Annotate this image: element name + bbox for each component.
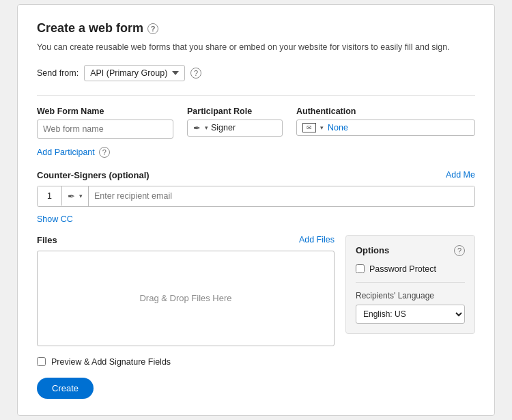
files-header-row: Files Add Files: [37, 235, 335, 245]
options-section: Options ? Password Protect Recipients' L…: [345, 235, 475, 334]
files-section: Files Add Files Drag & Drop Files Here: [37, 235, 335, 346]
show-cc-row: Show CC: [37, 214, 475, 224]
files-label: Files: [37, 235, 57, 245]
counter-pen-icon: ✒: [68, 191, 75, 201]
password-protect-row: Password Protect: [356, 264, 465, 274]
counter-signers-row: 1 ✒ ▾: [37, 186, 475, 207]
auth-value: None: [328, 123, 348, 132]
send-from-help-icon[interactable]: ?: [190, 68, 201, 79]
main-content-row: Files Add Files Drag & Drop Files Here O…: [37, 235, 475, 346]
counter-signers-label: Counter-Signers (optional): [37, 170, 150, 180]
options-help-icon[interactable]: ?: [454, 245, 465, 256]
counter-chevron-icon: ▾: [79, 193, 83, 199]
web-form-name-label: Web Form Name: [37, 107, 173, 116]
fields-row: Web Form Name Participant Role ✒ ▾ Signe…: [37, 107, 475, 139]
add-participant-help-icon[interactable]: ?: [99, 147, 110, 158]
add-files-link[interactable]: Add Files: [299, 235, 335, 244]
create-web-form-card: Create a web form ? You can create reusa…: [17, 4, 495, 416]
drop-zone[interactable]: Drag & Drop Files Here: [37, 251, 335, 346]
authentication-select[interactable]: ✉ ▾ None: [296, 120, 475, 136]
send-from-label: Send from:: [37, 68, 79, 78]
participant-role-group: Participant Role ✒ ▾ Signer: [187, 107, 283, 137]
options-title: Options: [356, 245, 389, 255]
email-icon: ✉: [302, 123, 316, 132]
participant-role-select[interactable]: ✒ ▾ Signer: [187, 120, 283, 137]
auth-chevron-icon: ▾: [320, 124, 324, 131]
title-help-icon[interactable]: ?: [147, 23, 158, 34]
page-title: Create a web form: [37, 21, 143, 36]
subtitle: You can create reusable web forms that y…: [37, 41, 475, 54]
counter-signers-header-row: Counter-Signers (optional) Add Me: [37, 170, 475, 180]
add-me-link[interactable]: Add Me: [446, 170, 475, 180]
top-divider: [37, 95, 475, 96]
send-from-select[interactable]: API (Primary Group): [84, 65, 185, 81]
add-participant-row: Add Participant ?: [37, 147, 475, 158]
drop-zone-text: Drag & Drop Files Here: [139, 293, 231, 303]
password-protect-checkbox[interactable]: [356, 264, 365, 273]
authentication-group: Authentication ✉ ▾ None: [296, 107, 475, 136]
create-button[interactable]: Create: [37, 378, 94, 399]
show-cc-link[interactable]: Show CC: [37, 214, 73, 224]
authentication-label: Authentication: [296, 107, 475, 116]
options-header-row: Options ?: [356, 245, 465, 256]
counter-email-input[interactable]: [89, 186, 474, 206]
add-participant-link[interactable]: Add Participant: [37, 148, 95, 157]
send-from-row: Send from: API (Primary Group) ?: [37, 65, 475, 81]
role-chevron-icon: ▾: [205, 124, 208, 131]
password-protect-label[interactable]: Password Protect: [369, 264, 436, 274]
preview-label[interactable]: Preview & Add Signature Fields: [51, 357, 171, 367]
web-form-name-input[interactable]: [37, 120, 173, 139]
language-select[interactable]: English: US: [356, 305, 465, 324]
page-title-row: Create a web form ?: [37, 21, 475, 36]
recipients-language-label: Recipients' Language: [356, 291, 465, 300]
preview-checkbox[interactable]: [37, 357, 46, 366]
participant-role-label: Participant Role: [187, 107, 283, 116]
options-divider: [356, 282, 465, 283]
counter-number: 1: [38, 186, 62, 206]
pen-icon: ✒: [193, 123, 201, 133]
web-form-name-group: Web Form Name: [37, 107, 173, 139]
role-text: Signer: [211, 123, 236, 132]
preview-row: Preview & Add Signature Fields: [37, 357, 475, 367]
counter-role-select[interactable]: ✒ ▾: [62, 186, 89, 206]
